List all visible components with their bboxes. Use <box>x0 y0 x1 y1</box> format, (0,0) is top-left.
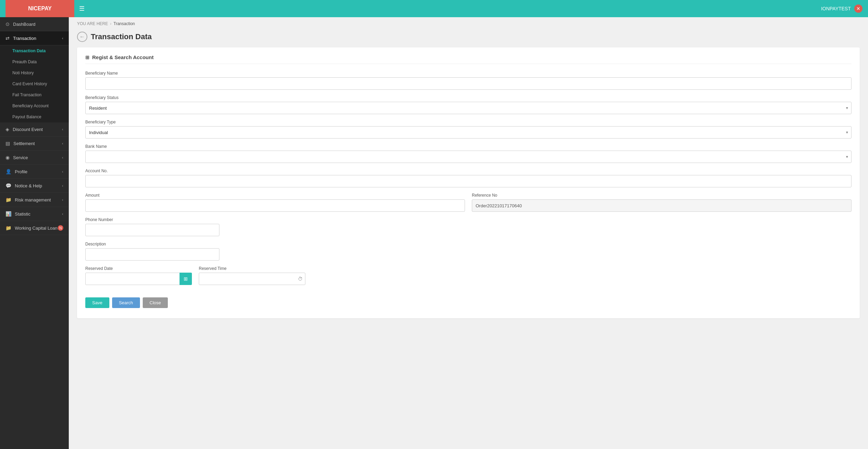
sidebar-item-dashboard-label: DashBoard <box>13 22 35 27</box>
bank-name-label: Bank Name <box>85 144 851 149</box>
sidebar-sub-payout-balance[interactable]: Payout Balance <box>0 111 69 122</box>
sidebar-item-risk-management-label: Risk management <box>15 197 51 202</box>
beneficiary-status-wrapper: Resident Non-Resident <box>85 102 851 114</box>
account-no-label: Account No. <box>85 168 851 173</box>
sidebar-item-risk-management[interactable]: 📁 Risk management ‹ <box>0 193 69 207</box>
header-left: NICEPAY ☰ <box>6 0 85 17</box>
profile-icon: 👤 <box>6 169 11 174</box>
sidebar: ⊙ DashBoard ⇄ Transaction ‹ Transaction … <box>0 17 69 449</box>
sidebar-sub-noti-history[interactable]: Noti History <box>0 67 69 78</box>
top-header: NICEPAY ☰ IONPAYTEST ✕ <box>0 0 868 17</box>
description-label: Description <box>85 242 219 247</box>
search-button[interactable]: Search <box>112 297 140 308</box>
amount-label: Amount <box>85 193 465 198</box>
content-area: YOU ARE HERE › Transaction ← Transaction… <box>69 17 868 449</box>
main-layout: ⊙ DashBoard ⇄ Transaction ‹ Transaction … <box>0 17 868 449</box>
reserved-time-input[interactable] <box>199 273 305 285</box>
bank-name-select[interactable] <box>85 151 851 163</box>
close-button[interactable]: Close <box>143 297 168 308</box>
reference-no-label: Reference No <box>472 193 851 198</box>
reserved-date-input[interactable] <box>85 273 192 285</box>
logout-icon[interactable]: ✕ <box>854 4 862 13</box>
profile-chevron: ‹ <box>62 169 63 174</box>
sidebar-item-discount-event[interactable]: ◈ Discount Event ‹ <box>0 122 69 136</box>
transaction-icon: ⇄ <box>6 35 10 41</box>
sidebar-sub-preauth-data[interactable]: Preauth Data <box>0 56 69 67</box>
beneficiary-name-label: Beneficiary Name <box>85 71 851 76</box>
discount-event-icon: ◈ <box>6 127 9 132</box>
beneficiary-type-wrapper: Individual Corporate <box>85 126 851 139</box>
amount-input[interactable] <box>85 199 465 212</box>
sidebar-item-working-capital-label: Working Capital Loan <box>15 226 57 231</box>
back-button[interactable]: ← <box>77 32 87 42</box>
beneficiary-type-label: Beneficiary Type <box>85 120 851 124</box>
card-header: ⊞ Regist & Search Account <box>85 54 851 64</box>
reserved-date-input-wrapper: ⊞ <box>85 273 192 285</box>
sidebar-item-profile[interactable]: 👤 Profile ‹ <box>0 165 69 179</box>
amount-reference-row: Amount Reference No <box>85 193 851 217</box>
reserved-row: Reserved Date ⊞ Reserved Time ⏱ <box>85 266 305 291</box>
settlement-icon: ▤ <box>6 141 10 146</box>
working-capital-badge: N <box>58 225 63 231</box>
sidebar-item-statistic[interactable]: 📊 Statistic ‹ <box>0 207 69 221</box>
transaction-chevron: ‹ <box>62 36 63 40</box>
sidebar-item-settlement-label: Settlement <box>13 141 35 146</box>
description-input[interactable] <box>85 248 219 261</box>
sidebar-sub-beneficiary-account[interactable]: Beneficiary Account <box>0 100 69 111</box>
page-title-bar: ← Transaction Data <box>69 30 868 47</box>
breadcrumb-you-are-here: YOU ARE HERE <box>77 21 108 26</box>
beneficiary-status-select[interactable]: Resident Non-Resident <box>85 102 851 114</box>
brand-logo: NICEPAY <box>6 0 74 17</box>
sidebar-item-discount-event-label: Discount Event <box>13 127 43 132</box>
save-button[interactable]: Save <box>85 297 109 308</box>
sidebar-item-working-capital[interactable]: 📁 Working Capital Loan N <box>0 221 69 235</box>
account-no-input[interactable] <box>85 175 851 187</box>
sidebar-item-profile-label: Profile <box>15 169 28 174</box>
settlement-chevron: ‹ <box>62 141 63 145</box>
reserved-time-label: Reserved Time <box>199 266 305 271</box>
sidebar-item-notice-help-label: Notice & Help <box>15 183 42 188</box>
description-group: Description <box>85 242 219 261</box>
phone-number-label: Phone Number <box>85 217 219 222</box>
username-label: IONPAYTEST <box>821 6 851 11</box>
card-header-label: Regist & Search Account <box>92 54 154 60</box>
sidebar-item-service-label: Service <box>13 155 28 160</box>
sidebar-sub-card-event-history[interactable]: Card Event History <box>0 78 69 89</box>
beneficiary-type-select[interactable]: Individual Corporate <box>85 126 851 139</box>
risk-management-icon: 📁 <box>6 197 11 202</box>
sidebar-item-transaction-label: Transaction <box>13 36 36 41</box>
reference-no-group: Reference No <box>472 193 851 212</box>
account-no-group: Account No. <box>85 168 851 187</box>
hamburger-icon[interactable]: ☰ <box>79 5 85 12</box>
beneficiary-name-input[interactable] <box>85 77 851 90</box>
sidebar-item-statistic-label: Statistic <box>15 211 31 217</box>
breadcrumb-parent: Transaction <box>113 21 135 26</box>
sidebar-item-settlement[interactable]: ▤ Settlement ‹ <box>0 136 69 151</box>
beneficiary-name-group: Beneficiary Name <box>85 71 851 90</box>
sidebar-transaction-submenu: Transaction Data Preauth Data Noti Histo… <box>0 45 69 122</box>
risk-management-chevron: ‹ <box>62 198 63 202</box>
phone-number-input[interactable] <box>85 224 219 236</box>
amount-group: Amount <box>85 193 465 212</box>
reference-no-input[interactable] <box>472 199 851 212</box>
beneficiary-type-group: Beneficiary Type Individual Corporate <box>85 120 851 139</box>
sidebar-sub-transaction-data[interactable]: Transaction Data <box>0 45 69 56</box>
reserved-date-label: Reserved Date <box>85 266 192 271</box>
notice-help-icon: 💬 <box>6 183 11 188</box>
sidebar-item-service[interactable]: ◉ Service ‹ <box>0 151 69 165</box>
reserved-date-group: Reserved Date ⊞ <box>85 266 192 285</box>
discount-event-chevron: ‹ <box>62 127 63 131</box>
sidebar-item-notice-help[interactable]: 💬 Notice & Help ‹ <box>0 179 69 193</box>
sidebar-item-transaction[interactable]: ⇄ Transaction ‹ <box>0 31 69 45</box>
bank-name-group: Bank Name <box>85 144 851 163</box>
breadcrumb-separator: › <box>110 21 111 26</box>
notice-help-chevron: ‹ <box>62 184 63 188</box>
page-title: Transaction Data <box>91 32 152 41</box>
reserved-date-calendar-btn[interactable]: ⊞ <box>180 273 192 285</box>
phone-number-group: Phone Number <box>85 217 219 236</box>
sidebar-sub-fail-transaction[interactable]: Fail Transaction <box>0 89 69 100</box>
dashboard-icon: ⊙ <box>6 21 10 27</box>
bank-name-wrapper <box>85 151 851 163</box>
sidebar-item-dashboard[interactable]: ⊙ DashBoard <box>0 17 69 31</box>
regist-search-card: ⊞ Regist & Search Account Beneficiary Na… <box>77 47 860 318</box>
